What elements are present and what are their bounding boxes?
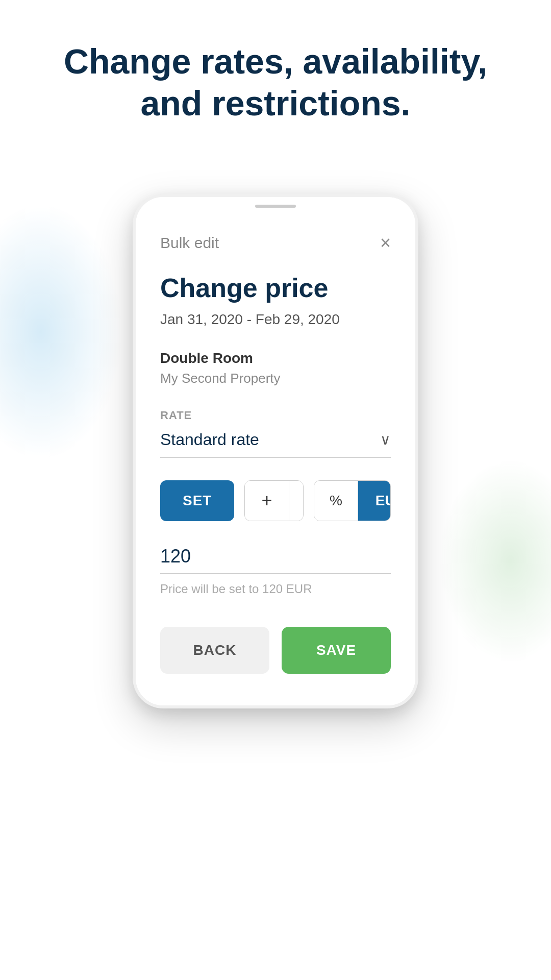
date-range: Jan 31, 2020 - Feb 29, 2020 bbox=[160, 311, 391, 328]
price-input[interactable] bbox=[160, 546, 391, 567]
change-price-title: Change price bbox=[160, 273, 391, 303]
minus-button[interactable]: - bbox=[289, 481, 304, 521]
rate-label: RATE bbox=[160, 409, 391, 422]
percent-button[interactable]: % bbox=[314, 481, 358, 521]
modal-header: Bulk edit × bbox=[160, 234, 391, 252]
operation-buttons: SET + - % EUR bbox=[160, 480, 391, 521]
phone-notch-bar bbox=[136, 197, 415, 215]
room-name: Double Room bbox=[160, 350, 391, 366]
close-button[interactable]: × bbox=[380, 234, 391, 252]
plus-button[interactable]: + bbox=[245, 481, 289, 521]
chevron-down-icon: ∨ bbox=[380, 431, 391, 448]
headline-section: Change rates, availability, and restrict… bbox=[0, 41, 551, 124]
property-name: My Second Property bbox=[160, 371, 391, 386]
phone-wrapper: Bulk edit × Change price Jan 31, 2020 - … bbox=[133, 194, 418, 708]
plus-minus-group: + - bbox=[244, 480, 303, 521]
phone-frame: Bulk edit × Change price Jan 31, 2020 - … bbox=[133, 194, 418, 708]
rate-dropdown[interactable]: Standard rate ∨ bbox=[160, 430, 391, 458]
headline-text: Change rates, availability, and restrict… bbox=[64, 42, 487, 122]
price-input-wrapper bbox=[160, 546, 391, 574]
price-helper-text: Price will be set to 120 EUR bbox=[160, 582, 391, 596]
save-button[interactable]: SAVE bbox=[282, 627, 391, 674]
bg-decoration-right bbox=[439, 459, 551, 664]
modal-title: Bulk edit bbox=[160, 234, 219, 252]
phone-notch-pill bbox=[255, 205, 296, 208]
eur-button[interactable]: EUR bbox=[358, 481, 391, 521]
back-button[interactable]: BACK bbox=[160, 627, 269, 674]
pct-eur-group: % EUR bbox=[314, 480, 391, 521]
rate-value: Standard rate bbox=[160, 430, 259, 449]
set-button[interactable]: SET bbox=[160, 480, 234, 521]
bg-decoration-left bbox=[0, 204, 122, 459]
modal-content: Bulk edit × Change price Jan 31, 2020 - … bbox=[136, 215, 415, 705]
bottom-buttons: BACK SAVE bbox=[160, 627, 391, 674]
phone-screen: Bulk edit × Change price Jan 31, 2020 - … bbox=[136, 197, 415, 705]
